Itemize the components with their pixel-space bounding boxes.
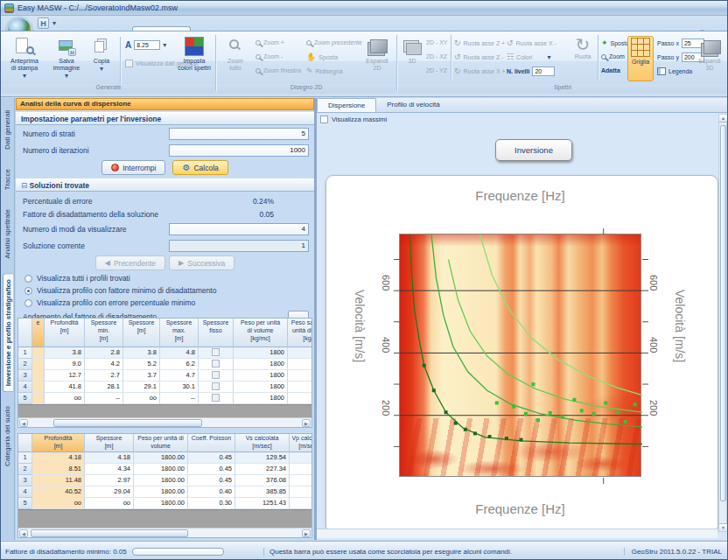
table-cell[interactable]: 3.7 xyxy=(123,370,160,382)
table-cell[interactable]: 9.0 xyxy=(45,359,85,370)
scroll-left-icon[interactable]: ◀ xyxy=(19,419,28,427)
sidetab-categoria-suolo[interactable]: Categoria del suolo xyxy=(3,401,12,472)
tab-profilo-velocita[interactable]: Profilo di velocità xyxy=(376,98,450,112)
sposta-2d-button[interactable]: ✋Sposta xyxy=(306,53,338,61)
table-cell[interactable]: 129.54 xyxy=(235,452,290,464)
imposta-colori-spettri-button[interactable]: Imposta colori spettri xyxy=(176,36,213,83)
table2-hscrollbar[interactable]: ◀ ▶ xyxy=(18,528,312,537)
copia-button[interactable]: Copia▾ xyxy=(87,36,116,83)
table-cell[interactable]: 1800 xyxy=(288,347,312,359)
table-cell[interactable]: 4.7 xyxy=(160,370,199,382)
table-row[interactable]: 28.514.341800.000.45227.34 xyxy=(18,464,312,475)
scroll-right-icon[interactable]: ▶ xyxy=(302,419,311,427)
table-cell[interactable]: oo xyxy=(45,393,85,404)
strati-input[interactable]: 5 xyxy=(169,128,309,140)
table-cell[interactable] xyxy=(290,464,312,475)
table-cell[interactable] xyxy=(290,452,312,464)
calcola-button[interactable]: ⚙Calcola xyxy=(172,160,228,175)
row-number-cell[interactable]: 3 xyxy=(18,475,32,486)
row-number-cell[interactable]: 5 xyxy=(18,393,32,404)
column-header[interactable]: Peso per unità di volume [kg/mc] xyxy=(134,434,188,452)
table-cell[interactable]: 1800.00 xyxy=(134,498,188,509)
griglia-toggle[interactable]: Griglia xyxy=(627,36,654,81)
table-cell[interactable]: 12.7 xyxy=(45,370,85,382)
n-livelli-control[interactable]: N. livelli 20 xyxy=(507,66,555,76)
colori-button[interactable]: ☷Colori▾ xyxy=(507,53,550,61)
right-panel-vscrollbar[interactable]: ▲ ▼ xyxy=(718,114,727,532)
table-cell[interactable]: 4.18 xyxy=(85,452,134,464)
font-size-control[interactable]: A 8.25 ▾ xyxy=(125,40,166,50)
iterazioni-input[interactable]: 1000 xyxy=(169,144,309,157)
ruota-asse-x-piu-button[interactable]: ↻Ruota asse X + xyxy=(454,67,506,75)
espandi-3d-button[interactable]: Espandi 3D xyxy=(694,36,725,83)
table-row[interactable]: 311.482.971800.000.45376.08 xyxy=(18,475,312,486)
table-row[interactable]: 5oo--oo--18001800 xyxy=(18,393,312,404)
column-header[interactable]: Vp calcolata [m/sec] xyxy=(290,434,312,452)
row-number-cell[interactable]: 1 xyxy=(18,452,32,464)
ruota-asse-z-piu-button[interactable]: ↻Ruota asse Z + xyxy=(454,39,505,47)
table-cell[interactable]: 385.85 xyxy=(235,486,290,498)
scroll-left-icon[interactable]: ◀ xyxy=(19,529,28,537)
sidetab-analisi-spettrale[interactable]: Analisi spettrale xyxy=(3,204,12,263)
table-cell[interactable]: -- xyxy=(160,393,199,404)
table-cell[interactable]: 0.40 xyxy=(188,486,235,498)
table-cell[interactable]: oo xyxy=(85,498,134,509)
table-cell[interactable] xyxy=(32,370,45,382)
table-cell[interactable]: 1800.00 xyxy=(134,486,188,498)
table-row[interactable]: 441.828.129.130.118001800 xyxy=(18,382,312,393)
column-header[interactable]: Peso per unità di volume [kg/mc] xyxy=(234,318,288,347)
tab-dispersione[interactable]: Dispersione xyxy=(317,98,376,112)
n-livelli-value[interactable]: 20 xyxy=(532,66,555,76)
table-cell[interactable]: 0.45 xyxy=(188,475,235,486)
table-cell[interactable]: 376.08 xyxy=(235,475,290,486)
table-cell[interactable]: 2.97 xyxy=(85,475,134,486)
table-row[interactable]: 5oooo1800.000.301251.43 xyxy=(18,498,312,509)
legenda-button[interactable]: Legenda xyxy=(657,67,692,75)
table-cell[interactable]: 2.8 xyxy=(85,347,123,359)
sidetab-dati-generali[interactable]: Dati generali xyxy=(3,105,12,155)
sidetab-inversione-profilo[interactable]: Inversione e profilo stratigrafico xyxy=(3,273,13,392)
table-cell[interactable] xyxy=(32,382,45,393)
table1-hscrollbar[interactable]: ◀ ▶ xyxy=(18,417,312,427)
table-cell[interactable] xyxy=(199,393,234,404)
table-cell[interactable] xyxy=(290,498,312,509)
sidetab-tracce[interactable]: Tracce xyxy=(3,164,12,195)
table-cell[interactable]: 1800.00 xyxy=(134,464,188,475)
zoom-precedente-button[interactable]: Zoom precedente xyxy=(306,39,362,46)
table-cell[interactable]: 1800 xyxy=(288,393,312,404)
table-cell[interactable] xyxy=(32,393,45,404)
scroll-up-icon[interactable]: ▲ xyxy=(719,115,727,122)
table-cell[interactable]: 2.7 xyxy=(85,370,123,382)
row-number-cell[interactable]: 1 xyxy=(18,347,32,359)
table-cell[interactable] xyxy=(199,370,234,382)
row-number-cell[interactable]: 2 xyxy=(18,359,32,370)
zoom-meno-button[interactable]: Zoom - xyxy=(256,53,283,60)
table-cell[interactable]: 1800 xyxy=(288,370,312,382)
row-number-cell[interactable]: 3 xyxy=(18,370,32,382)
table-cell[interactable]: 8.51 xyxy=(32,464,85,475)
zoom-finestra-button[interactable]: Zoom finestra xyxy=(256,67,301,74)
table-cell[interactable]: 1800 xyxy=(234,370,288,382)
row-checkbox-icon[interactable] xyxy=(212,360,220,368)
scroll-right-icon[interactable]: ▶ xyxy=(302,529,311,537)
table-row[interactable]: 13.82.83.84.818001800 xyxy=(18,347,312,359)
table-cell[interactable]: oo xyxy=(123,393,160,404)
table-cell[interactable]: 30.1 xyxy=(160,382,199,393)
column-header[interactable]: Profondità [m] xyxy=(45,318,85,347)
soluzioni-section-header[interactable]: ⊟ Soluzioni trovate xyxy=(16,178,314,192)
collapse-icon[interactable]: ⊟ xyxy=(21,181,27,190)
radio-errore-minimo[interactable]: Visualizza profilo con errore percentual… xyxy=(16,297,314,309)
table-cell[interactable]: 227.34 xyxy=(235,464,290,475)
column-header[interactable]: Spessore max. [m] xyxy=(160,318,199,347)
row-number-cell[interactable]: 4 xyxy=(18,486,32,498)
risultati-table[interactable]: Profondità [m]Spessore [m]Peso per unità… xyxy=(18,433,312,538)
font-size-dropdown-icon[interactable]: ▾ xyxy=(163,41,166,49)
table-cell[interactable]: 4.34 xyxy=(85,464,134,475)
table-cell[interactable]: 3.8 xyxy=(45,347,85,359)
table-cell[interactable] xyxy=(199,359,234,370)
table-cell[interactable]: 1251.43 xyxy=(235,498,290,509)
column-header[interactable]: Spessore min. [m] xyxy=(85,318,123,347)
quick-access-dropdown-icon[interactable]: ▾ xyxy=(52,19,56,27)
right-panel-hscrollbar[interactable] xyxy=(317,528,718,538)
visualizza-massimi-checkbox[interactable]: Visualizza massimi xyxy=(320,116,387,123)
